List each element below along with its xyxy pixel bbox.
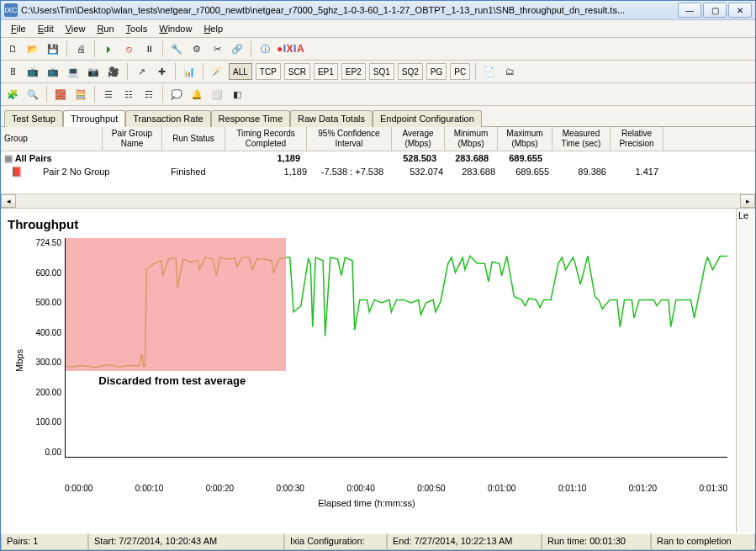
col-runstatus[interactable]: Run Status	[162, 127, 225, 151]
tool-icon[interactable]: 🔧	[168, 40, 185, 57]
ex5-icon[interactable]: ☰	[100, 86, 117, 103]
filterend2-icon[interactable]: 🗂	[501, 63, 518, 80]
legend-panel[interactable]: Le	[736, 209, 755, 532]
menu-file[interactable]: File	[6, 22, 31, 35]
status-ixiacfg: Ixia Configuration:	[284, 533, 387, 550]
filter-pg[interactable]: PG	[426, 63, 447, 80]
menu-edit[interactable]: Edit	[33, 22, 59, 35]
menu-tools[interactable]: Tools	[121, 22, 153, 35]
col-timing[interactable]: Timing Records Completed	[225, 127, 307, 151]
open-icon[interactable]: 📂	[24, 40, 41, 57]
ex2-icon[interactable]: 🔍	[24, 86, 41, 103]
app-icon: IXC	[4, 3, 18, 17]
chart-icon[interactable]: 📊	[181, 63, 198, 80]
arrow-icon[interactable]: ↗	[133, 63, 150, 80]
tool2-icon[interactable]: ⚙	[188, 40, 205, 57]
ex11-icon[interactable]: ◧	[229, 86, 246, 103]
menu-help[interactable]: Help	[198, 22, 228, 35]
filter2-icon[interactable]: 📺	[24, 63, 41, 80]
separator	[251, 40, 251, 57]
separator	[66, 40, 67, 57]
tab-throughput[interactable]: Throughput	[63, 110, 125, 127]
info-icon[interactable]: ⓘ	[256, 40, 273, 57]
save-icon[interactable]: 💾	[45, 40, 61, 57]
y-ticks: 724.50 600.00 500.00 400.00 300.00 200.0…	[24, 238, 65, 457]
grid-row-pair2[interactable]: 📕 Pair 2 No Group Finished 1,189 -7.538 …	[1, 165, 755, 178]
tab-response-time[interactable]: Response Time	[211, 110, 290, 127]
plus-icon[interactable]: ✚	[153, 63, 170, 80]
ex1-icon[interactable]: 🧩	[4, 86, 21, 103]
wand-icon[interactable]: 🪄	[209, 63, 225, 80]
menu-window[interactable]: Window	[154, 22, 197, 35]
col-rel[interactable]: Relative Precision	[611, 127, 663, 151]
plot: Discarded from test average	[65, 238, 727, 458]
stop-icon[interactable]: ⦸	[120, 40, 137, 57]
tab-test-setup[interactable]: Test Setup	[4, 110, 63, 127]
new-icon[interactable]: 🗋	[4, 40, 21, 57]
result-tabs: Test Setup Throughput Transaction Rate R…	[1, 106, 755, 127]
separator	[175, 63, 176, 80]
grid-hscroll[interactable]: ◂ ▸	[1, 193, 755, 208]
filter5-icon[interactable]: 📷	[85, 63, 102, 80]
col-min[interactable]: Minimum (Mbps)	[445, 127, 498, 151]
status-end: End: 7/27/2014, 10:22:13 AM	[387, 533, 542, 550]
window-title: C:\Users\Tim\Desktop\wlan_tests\netgear_…	[21, 5, 678, 15]
ex10-icon[interactable]: ⬜	[209, 86, 225, 103]
ex8-icon[interactable]: 💭	[168, 86, 185, 103]
col-avg[interactable]: Average (Mbps)	[392, 127, 445, 151]
menu-view[interactable]: View	[61, 22, 91, 35]
menu-run[interactable]: Run	[92, 22, 119, 35]
menubar: File Edit View Run Tools Window Help	[1, 20, 755, 38]
status-start: Start: 7/27/2014, 10:20:43 AM	[88, 533, 284, 550]
tab-raw-data-totals[interactable]: Raw Data Totals	[290, 110, 373, 127]
col-pairgroup[interactable]: Pair Group Name	[103, 127, 162, 151]
titlebar: IXC C:\Users\Tim\Desktop\wlan_tests\netg…	[1, 1, 755, 20]
separator	[475, 63, 476, 80]
filter-sq2[interactable]: SQ2	[398, 63, 423, 80]
filter6-icon[interactable]: 🎥	[105, 63, 122, 80]
ex4-icon[interactable]: 🧮	[72, 86, 89, 103]
ex9-icon[interactable]: 🔔	[188, 86, 205, 103]
col-group[interactable]: Group	[1, 127, 103, 151]
filter-icon[interactable]: 🎚	[4, 63, 21, 80]
filter3-icon[interactable]: 📺	[45, 63, 61, 80]
statusbar: Pairs: 1 Start: 7/27/2014, 10:20:43 AM I…	[1, 532, 755, 550]
filter4-icon[interactable]: 💻	[65, 63, 82, 80]
maximize-button[interactable]: ▢	[703, 3, 727, 18]
col-max[interactable]: Maximum (Mbps)	[498, 127, 552, 151]
status-rantocompletion: Ran to completion	[651, 533, 755, 550]
filter-all[interactable]: ALL	[229, 63, 252, 80]
run-icon[interactable]: ⏵	[100, 40, 117, 57]
filter-ep2[interactable]: EP2	[341, 63, 366, 80]
filter-pc[interactable]: PC	[450, 63, 470, 80]
pause-icon[interactable]: ⏸	[140, 40, 157, 57]
separator	[162, 40, 163, 57]
x-ticks: 0:00:000:00:100:00:200:00:300:00:400:00:…	[65, 484, 727, 493]
col-meas[interactable]: Measured Time (sec)	[552, 127, 611, 151]
filter-sq1[interactable]: SQ1	[369, 63, 394, 80]
filterend-icon[interactable]: 📄	[481, 63, 498, 80]
filter-tcp[interactable]: TCP	[256, 63, 281, 80]
filter-ep1[interactable]: EP1	[314, 63, 338, 80]
close-button[interactable]: ✕	[728, 3, 752, 18]
pair-icon: 📕	[11, 167, 23, 177]
toolbar-extra: 🧩 🔍 🧱 🧮 ☰ ☷ ☶ 💭 🔔 ⬜ ◧	[1, 83, 755, 106]
separator	[94, 86, 95, 103]
ex3-icon[interactable]: 🧱	[52, 86, 69, 103]
minimize-button[interactable]: —	[678, 3, 701, 18]
scroll-right-icon[interactable]: ▸	[740, 194, 755, 208]
grid-row-allpairs[interactable]: ▣ All Pairs 1,189 528.503 283.688 689.65…	[1, 151, 755, 165]
print-icon[interactable]: 🖨	[72, 40, 89, 57]
status-pairs: Pairs: 1	[1, 533, 88, 550]
tab-transaction-rate[interactable]: Transaction Rate	[125, 110, 210, 127]
ex7-icon[interactable]: ☶	[140, 86, 157, 103]
tab-endpoint-config[interactable]: Endpoint Configuration	[373, 110, 482, 127]
separator	[203, 63, 204, 80]
col-conf[interactable]: 95% Confidence Interval	[307, 127, 392, 151]
tool4-icon[interactable]: 🔗	[229, 40, 246, 57]
filter-scr[interactable]: SCR	[284, 63, 310, 80]
ex6-icon[interactable]: ☷	[120, 86, 137, 103]
separator	[162, 86, 163, 103]
scroll-left-icon[interactable]: ◂	[1, 194, 16, 208]
tool3-icon[interactable]: ✂	[209, 40, 225, 57]
